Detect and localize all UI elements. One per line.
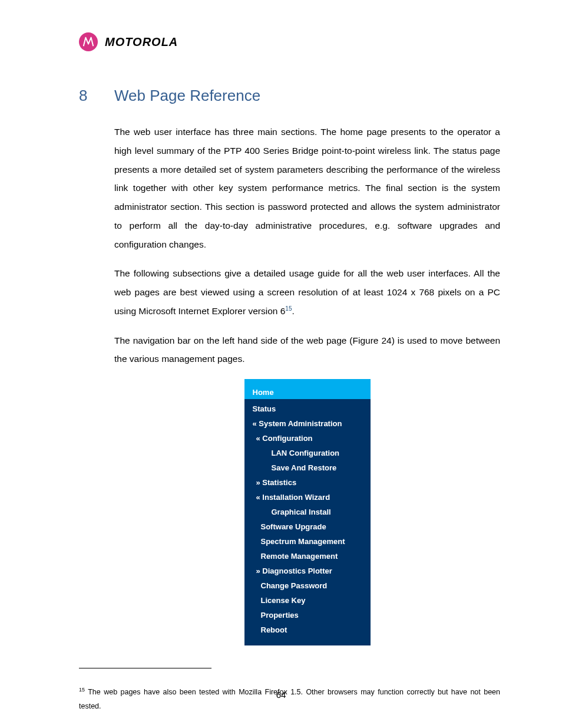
footnote-ref: 15 <box>285 305 292 312</box>
nav-item-configuration[interactable]: « Configuration <box>244 431 371 446</box>
content-body: The web user interface has three main se… <box>114 123 500 645</box>
nav-item-spectrum-management[interactable]: Spectrum Management <box>244 534 371 549</box>
section-header: 8 Web Page Reference <box>79 87 500 105</box>
section-number: 8 <box>79 87 114 105</box>
brand-name: MOTOROLA <box>105 35 178 49</box>
paragraph-1: The web user interface has three main se… <box>114 123 500 253</box>
paragraph-2a: The following subsections give a detaile… <box>114 268 500 316</box>
nav-item-status[interactable]: Status <box>244 401 371 416</box>
motorola-logo-icon <box>79 32 98 51</box>
nav-item-reboot[interactable]: Reboot <box>244 622 371 637</box>
section-title: Web Page Reference <box>114 87 260 105</box>
motorola-m-icon <box>82 35 95 48</box>
nav-item-installation-wizard[interactable]: « Installation Wizard <box>244 490 371 505</box>
nav-item-change-password[interactable]: Change Password <box>244 578 371 593</box>
nav-item-save-and-restore[interactable]: Save And Restore <box>244 460 371 475</box>
footnote-separator <box>79 668 211 668</box>
nav-item-system-administration[interactable]: « System Administration <box>244 416 371 431</box>
nav-item-graphical-install[interactable]: Graphical Install <box>244 505 371 519</box>
page-number: 64 <box>0 690 562 700</box>
paragraph-2: The following subsections give a detaile… <box>114 264 500 320</box>
nav-item-lan-configuration[interactable]: LAN Configuration <box>244 446 371 460</box>
nav-item-properties[interactable]: Properties <box>244 608 371 622</box>
nav-top-border <box>244 379 371 386</box>
document-header: MOTOROLA <box>79 32 500 51</box>
nav-item-software-upgrade[interactable]: Software Upgrade <box>244 519 371 534</box>
paragraph-2b: . <box>292 306 294 316</box>
nav-item-statistics[interactable]: » Statistics <box>244 475 371 490</box>
nav-figure: Home Status « System Administration « Co… <box>244 379 371 645</box>
nav-item-diagnostics-plotter[interactable]: » Diagnostics Plotter <box>244 564 371 578</box>
nav-item-license-key[interactable]: License Key <box>244 593 371 608</box>
nav-item-remote-management[interactable]: Remote Management <box>244 549 371 564</box>
nav-item-home[interactable]: Home <box>244 386 371 399</box>
paragraph-3: The navigation bar on the left hand side… <box>114 331 500 369</box>
nav-body: Status « System Administration « Configu… <box>244 399 371 645</box>
